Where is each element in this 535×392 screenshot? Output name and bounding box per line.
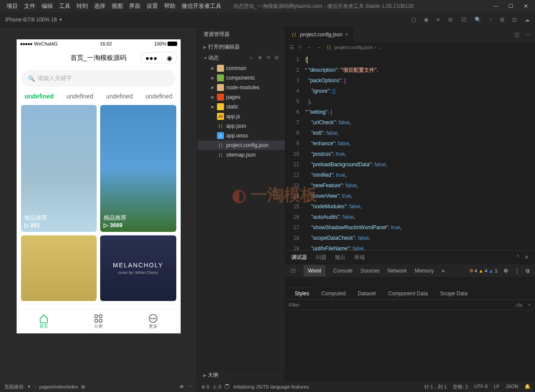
kebab-icon[interactable]: ⋮ [514, 268, 520, 274]
wallpaper-card[interactable]: 精品推荐 ▷ 201 [21, 105, 97, 232]
dbg-tab-terminal[interactable]: 终端 [354, 254, 365, 261]
eye-icon[interactable]: 👁 [179, 384, 184, 389]
refresh-icon[interactable]: ⟳ [266, 55, 270, 61]
editor-tab[interactable]: { } project.config.json × [285, 27, 353, 42]
menu-goto[interactable]: 转到 [73, 2, 91, 10]
cls-toggle[interactable]: .cls [515, 302, 523, 308]
back-icon[interactable]: ← [307, 45, 312, 50]
cloud-icon[interactable]: ☁ [525, 17, 530, 23]
menu-file[interactable]: 文件 [21, 2, 38, 10]
boxes-icon[interactable]: ⊞ [500, 17, 504, 23]
file-item-project.config.json[interactable]: { }project.config.json [197, 140, 285, 150]
menu-select[interactable]: 选择 [91, 2, 108, 10]
dt-tab-wxml[interactable]: Wxml [304, 265, 325, 276]
branch-icon[interactable]: ⑂ [489, 17, 492, 23]
menu-tools[interactable]: 工具 [56, 2, 73, 10]
new-file-icon[interactable]: ＋ [249, 55, 254, 61]
menu-project[interactable]: 项目 [3, 2, 21, 10]
add-rule-icon[interactable]: ＋ [527, 301, 532, 308]
computed-tab[interactable]: Computed [315, 288, 352, 299]
dt-tab-memory[interactable]: Memory [415, 268, 434, 274]
tab-0[interactable]: undefined [24, 93, 54, 100]
code-editor[interactable]: 1234567891011121314151617181920 { "descr… [285, 52, 535, 250]
file-item-common[interactable]: ▶common [197, 63, 285, 73]
device-selector[interactable]: iPhone 6/7/8 100% 16 ▼ [5, 17, 63, 23]
menu-settings[interactable]: 设置 [143, 2, 161, 10]
indent-info[interactable]: 空格: 2 [453, 384, 468, 390]
error-icon[interactable]: ⊗ [469, 268, 473, 273]
dbg-tab-debugger[interactable]: 调试器 [291, 254, 307, 261]
styles-tab[interactable]: Styles [289, 287, 315, 299]
info-icon[interactable]: ▲ [489, 268, 493, 273]
warning-count-icon[interactable]: ⚠ 0 [213, 384, 221, 390]
dbg-tab-output[interactable]: 输出 [335, 254, 346, 261]
wallpaper-card[interactable]: MELANCHOLY cover by: White Cherry [100, 235, 176, 301]
file-item-app.js[interactable]: JSapp.js [197, 112, 285, 121]
close-tab-icon[interactable]: × [345, 32, 348, 38]
open-editors-section[interactable]: ▶ 打开的编辑器 [197, 42, 285, 52]
project-root[interactable]: ▼ 动态 ＋ ⊕ ⟳ ⊟ [197, 52, 285, 63]
minimize-icon[interactable]: ─ [494, 3, 498, 9]
chevron-up-icon[interactable]: ⌃ [516, 254, 520, 260]
cursor-position[interactable]: 行 1，列 1 [424, 384, 447, 390]
extension-icon[interactable]: ⊡ [512, 17, 517, 23]
tab-2[interactable]: undefined [106, 93, 133, 100]
file-item-static[interactable]: ▶static [197, 102, 285, 112]
error-count-icon[interactable]: ⊘ 0 [201, 384, 209, 390]
tabbar-more[interactable]: 更多 [148, 314, 158, 329]
list-icon[interactable]: ☰ [290, 45, 294, 50]
collapse-icon[interactable]: ⊟ [275, 55, 279, 61]
record-icon[interactable]: ◉ [424, 17, 428, 23]
scope-data-tab[interactable]: Scope Data [434, 288, 474, 299]
dataset-tab[interactable]: Dataset [352, 288, 382, 299]
search-icon[interactable]: 🔍 [475, 17, 481, 23]
dt-tab-sources[interactable]: Sources [360, 268, 380, 274]
dt-tab-console[interactable]: Console [333, 268, 353, 274]
outline-section[interactable]: ▶ 大纲 [197, 368, 285, 382]
file-item-components[interactable]: ▶components [197, 73, 285, 83]
share-icon[interactable]: ⤪ [436, 17, 441, 23]
page-path[interactable]: pages/index/index [39, 384, 78, 389]
warning-icon[interactable]: ▲ [479, 268, 483, 273]
encoding[interactable]: UTF-8 [474, 384, 488, 390]
eol[interactable]: LF [494, 384, 500, 390]
more-icon[interactable]: ⋯ [525, 32, 531, 38]
chevron-down-icon[interactable]: ▼ [27, 385, 31, 389]
more-tabs-icon[interactable]: » [441, 268, 444, 274]
dt-tab-network[interactable]: Network [388, 268, 407, 274]
language-mode[interactable]: JSON [506, 384, 518, 390]
menu-interface[interactable]: 界面 [126, 2, 143, 10]
menu-help[interactable]: 帮助 [161, 2, 178, 10]
forward-icon[interactable]: → [316, 45, 321, 50]
maximize-icon[interactable]: ☐ [508, 3, 513, 9]
inspect-icon[interactable]: ⮹ [290, 268, 296, 274]
filter-input[interactable]: Filter [289, 302, 299, 308]
copy-path-icon[interactable]: ⧉ [81, 384, 85, 390]
wallpaper-card[interactable]: 精品推荐 ▷ 3669 [100, 105, 176, 232]
dbg-tab-problems[interactable]: 问题 [316, 254, 326, 261]
menu-edit[interactable]: 编辑 [38, 2, 56, 10]
menu-wechat[interactable]: 微信开发者工具 [178, 2, 224, 10]
menu-view[interactable]: 视图 [108, 2, 126, 10]
more-icon[interactable]: ⋯ [188, 384, 192, 390]
new-folder-icon[interactable]: ⊕ [258, 55, 262, 61]
device-icon[interactable]: ▢ [411, 17, 416, 23]
component-data-tab[interactable]: Component Data [382, 288, 434, 299]
file-item-sitemap.json[interactable]: { }sitemap.json [197, 150, 285, 160]
split-icon[interactable]: ◫ [514, 32, 519, 38]
dock-icon[interactable]: ⧉ [526, 268, 530, 274]
tabbar-home[interactable]: 首页 [39, 314, 49, 329]
bookmark-icon[interactable]: ⚐ [298, 45, 303, 50]
file-item-node-modules[interactable]: ▶node-modules [197, 83, 285, 92]
files-icon[interactable]: ⿻ [462, 17, 467, 23]
tab-3[interactable]: undefined [146, 93, 173, 100]
wallpaper-card[interactable] [21, 235, 97, 301]
file-item-pages[interactable]: ▶pages [197, 92, 285, 102]
copy-icon[interactable]: ⧉ [448, 17, 452, 23]
file-item-app.json[interactable]: { }app.json [197, 121, 285, 131]
file-item-app.wxss[interactable]: ≡app.wxss [197, 131, 285, 140]
close-icon[interactable]: ✕ [524, 3, 528, 9]
tab-1[interactable]: undefined [66, 93, 94, 100]
bell-icon[interactable]: 🔔 [525, 384, 531, 390]
tabbar-category[interactable]: 分类 [94, 314, 103, 329]
